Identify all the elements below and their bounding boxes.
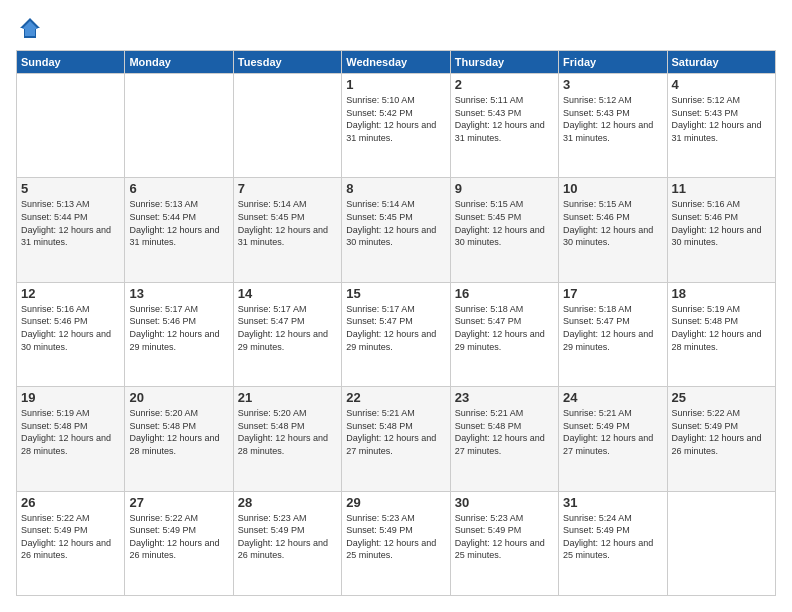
- calendar-cell: 6Sunrise: 5:13 AMSunset: 5:44 PMDaylight…: [125, 178, 233, 282]
- week-row-4: 26Sunrise: 5:22 AMSunset: 5:49 PMDayligh…: [17, 491, 776, 595]
- day-info: Sunrise: 5:10 AMSunset: 5:42 PMDaylight:…: [346, 94, 445, 144]
- day-info: Sunrise: 5:22 AMSunset: 5:49 PMDaylight:…: [129, 512, 228, 562]
- day-header-saturday: Saturday: [667, 51, 775, 74]
- day-info: Sunrise: 5:13 AMSunset: 5:44 PMDaylight:…: [21, 198, 120, 248]
- day-number: 22: [346, 390, 445, 405]
- day-info: Sunrise: 5:24 AMSunset: 5:49 PMDaylight:…: [563, 512, 662, 562]
- header-row: SundayMondayTuesdayWednesdayThursdayFrid…: [17, 51, 776, 74]
- day-number: 4: [672, 77, 771, 92]
- day-number: 2: [455, 77, 554, 92]
- calendar-cell: 7Sunrise: 5:14 AMSunset: 5:45 PMDaylight…: [233, 178, 341, 282]
- day-info: Sunrise: 5:13 AMSunset: 5:44 PMDaylight:…: [129, 198, 228, 248]
- calendar-cell: 11Sunrise: 5:16 AMSunset: 5:46 PMDayligh…: [667, 178, 775, 282]
- calendar-cell: 16Sunrise: 5:18 AMSunset: 5:47 PMDayligh…: [450, 282, 558, 386]
- day-info: Sunrise: 5:11 AMSunset: 5:43 PMDaylight:…: [455, 94, 554, 144]
- day-number: 29: [346, 495, 445, 510]
- day-header-tuesday: Tuesday: [233, 51, 341, 74]
- day-number: 6: [129, 181, 228, 196]
- day-number: 11: [672, 181, 771, 196]
- day-info: Sunrise: 5:16 AMSunset: 5:46 PMDaylight:…: [672, 198, 771, 248]
- calendar-cell: 5Sunrise: 5:13 AMSunset: 5:44 PMDaylight…: [17, 178, 125, 282]
- day-info: Sunrise: 5:20 AMSunset: 5:48 PMDaylight:…: [129, 407, 228, 457]
- calendar-cell: 18Sunrise: 5:19 AMSunset: 5:48 PMDayligh…: [667, 282, 775, 386]
- calendar-cell: 15Sunrise: 5:17 AMSunset: 5:47 PMDayligh…: [342, 282, 450, 386]
- day-number: 28: [238, 495, 337, 510]
- day-number: 15: [346, 286, 445, 301]
- calendar-cell: 31Sunrise: 5:24 AMSunset: 5:49 PMDayligh…: [559, 491, 667, 595]
- calendar-cell: 29Sunrise: 5:23 AMSunset: 5:49 PMDayligh…: [342, 491, 450, 595]
- day-info: Sunrise: 5:18 AMSunset: 5:47 PMDaylight:…: [563, 303, 662, 353]
- day-number: 3: [563, 77, 662, 92]
- day-number: 19: [21, 390, 120, 405]
- calendar-cell: [667, 491, 775, 595]
- day-info: Sunrise: 5:15 AMSunset: 5:46 PMDaylight:…: [563, 198, 662, 248]
- day-header-friday: Friday: [559, 51, 667, 74]
- day-number: 24: [563, 390, 662, 405]
- day-header-sunday: Sunday: [17, 51, 125, 74]
- day-info: Sunrise: 5:23 AMSunset: 5:49 PMDaylight:…: [238, 512, 337, 562]
- day-info: Sunrise: 5:18 AMSunset: 5:47 PMDaylight:…: [455, 303, 554, 353]
- calendar-cell: 23Sunrise: 5:21 AMSunset: 5:48 PMDayligh…: [450, 387, 558, 491]
- day-number: 10: [563, 181, 662, 196]
- calendar-cell: 8Sunrise: 5:14 AMSunset: 5:45 PMDaylight…: [342, 178, 450, 282]
- day-number: 9: [455, 181, 554, 196]
- day-info: Sunrise: 5:16 AMSunset: 5:46 PMDaylight:…: [21, 303, 120, 353]
- calendar-cell: [233, 74, 341, 178]
- day-info: Sunrise: 5:14 AMSunset: 5:45 PMDaylight:…: [346, 198, 445, 248]
- calendar-cell: 2Sunrise: 5:11 AMSunset: 5:43 PMDaylight…: [450, 74, 558, 178]
- logo-icon: [18, 16, 42, 40]
- calendar-cell: [17, 74, 125, 178]
- day-number: 17: [563, 286, 662, 301]
- calendar-cell: 12Sunrise: 5:16 AMSunset: 5:46 PMDayligh…: [17, 282, 125, 386]
- day-number: 31: [563, 495, 662, 510]
- calendar-cell: 20Sunrise: 5:20 AMSunset: 5:48 PMDayligh…: [125, 387, 233, 491]
- day-info: Sunrise: 5:23 AMSunset: 5:49 PMDaylight:…: [455, 512, 554, 562]
- calendar-cell: 1Sunrise: 5:10 AMSunset: 5:42 PMDaylight…: [342, 74, 450, 178]
- day-info: Sunrise: 5:12 AMSunset: 5:43 PMDaylight:…: [672, 94, 771, 144]
- week-row-3: 19Sunrise: 5:19 AMSunset: 5:48 PMDayligh…: [17, 387, 776, 491]
- calendar-cell: 25Sunrise: 5:22 AMSunset: 5:49 PMDayligh…: [667, 387, 775, 491]
- calendar-cell: [125, 74, 233, 178]
- calendar-header: SundayMondayTuesdayWednesdayThursdayFrid…: [17, 51, 776, 74]
- calendar-cell: 30Sunrise: 5:23 AMSunset: 5:49 PMDayligh…: [450, 491, 558, 595]
- day-number: 30: [455, 495, 554, 510]
- calendar-cell: 27Sunrise: 5:22 AMSunset: 5:49 PMDayligh…: [125, 491, 233, 595]
- day-info: Sunrise: 5:22 AMSunset: 5:49 PMDaylight:…: [21, 512, 120, 562]
- day-number: 13: [129, 286, 228, 301]
- calendar-cell: 9Sunrise: 5:15 AMSunset: 5:45 PMDaylight…: [450, 178, 558, 282]
- day-number: 5: [21, 181, 120, 196]
- calendar-body: 1Sunrise: 5:10 AMSunset: 5:42 PMDaylight…: [17, 74, 776, 596]
- day-number: 7: [238, 181, 337, 196]
- day-number: 16: [455, 286, 554, 301]
- calendar-cell: 3Sunrise: 5:12 AMSunset: 5:43 PMDaylight…: [559, 74, 667, 178]
- calendar-cell: 19Sunrise: 5:19 AMSunset: 5:48 PMDayligh…: [17, 387, 125, 491]
- week-row-2: 12Sunrise: 5:16 AMSunset: 5:46 PMDayligh…: [17, 282, 776, 386]
- day-info: Sunrise: 5:21 AMSunset: 5:49 PMDaylight:…: [563, 407, 662, 457]
- calendar-cell: 4Sunrise: 5:12 AMSunset: 5:43 PMDaylight…: [667, 74, 775, 178]
- day-info: Sunrise: 5:19 AMSunset: 5:48 PMDaylight:…: [672, 303, 771, 353]
- day-number: 20: [129, 390, 228, 405]
- day-info: Sunrise: 5:21 AMSunset: 5:48 PMDaylight:…: [346, 407, 445, 457]
- calendar-table: SundayMondayTuesdayWednesdayThursdayFrid…: [16, 50, 776, 596]
- logo: [16, 16, 42, 40]
- day-info: Sunrise: 5:17 AMSunset: 5:47 PMDaylight:…: [346, 303, 445, 353]
- calendar-cell: 14Sunrise: 5:17 AMSunset: 5:47 PMDayligh…: [233, 282, 341, 386]
- calendar-cell: 13Sunrise: 5:17 AMSunset: 5:46 PMDayligh…: [125, 282, 233, 386]
- day-info: Sunrise: 5:15 AMSunset: 5:45 PMDaylight:…: [455, 198, 554, 248]
- day-info: Sunrise: 5:23 AMSunset: 5:49 PMDaylight:…: [346, 512, 445, 562]
- calendar-cell: 21Sunrise: 5:20 AMSunset: 5:48 PMDayligh…: [233, 387, 341, 491]
- day-info: Sunrise: 5:22 AMSunset: 5:49 PMDaylight:…: [672, 407, 771, 457]
- calendar-cell: 24Sunrise: 5:21 AMSunset: 5:49 PMDayligh…: [559, 387, 667, 491]
- page: SundayMondayTuesdayWednesdayThursdayFrid…: [0, 0, 792, 612]
- day-info: Sunrise: 5:17 AMSunset: 5:46 PMDaylight:…: [129, 303, 228, 353]
- day-header-wednesday: Wednesday: [342, 51, 450, 74]
- day-header-thursday: Thursday: [450, 51, 558, 74]
- day-number: 27: [129, 495, 228, 510]
- day-number: 12: [21, 286, 120, 301]
- header: [16, 16, 776, 40]
- day-info: Sunrise: 5:19 AMSunset: 5:48 PMDaylight:…: [21, 407, 120, 457]
- calendar-cell: 22Sunrise: 5:21 AMSunset: 5:48 PMDayligh…: [342, 387, 450, 491]
- calendar-cell: 26Sunrise: 5:22 AMSunset: 5:49 PMDayligh…: [17, 491, 125, 595]
- day-info: Sunrise: 5:14 AMSunset: 5:45 PMDaylight:…: [238, 198, 337, 248]
- day-number: 14: [238, 286, 337, 301]
